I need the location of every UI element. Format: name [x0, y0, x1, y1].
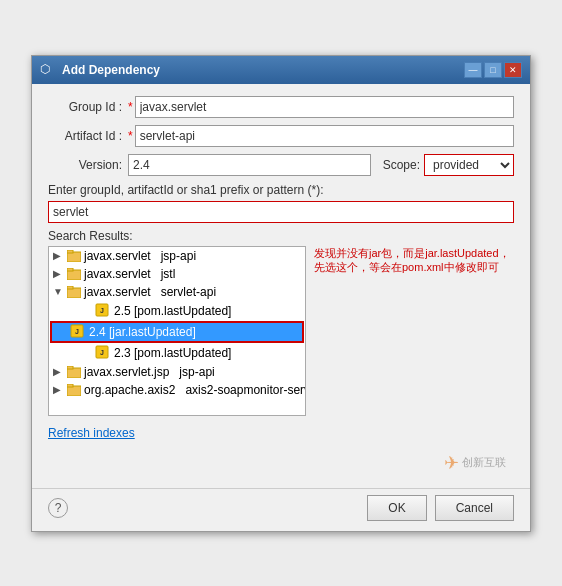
expand-icon-axis2: ▶ [53, 384, 67, 395]
help-button[interactable]: ? [48, 498, 68, 518]
title-bar-left: ⬡ Add Dependency [40, 62, 160, 78]
tree-item-jsp-api[interactable]: ▶ javax.servlet jsp-api [49, 247, 305, 265]
svg-rect-5 [67, 286, 73, 289]
svg-rect-3 [67, 268, 73, 271]
svg-text:J: J [75, 328, 79, 335]
dialog-title: Add Dependency [62, 63, 160, 77]
search-input[interactable] [48, 201, 514, 223]
results-label: Search Results: [48, 229, 514, 243]
tree-item-jstl[interactable]: ▶ javax.servlet jstl [49, 265, 305, 283]
folder-icon-servlet-api [67, 285, 81, 299]
group-id-required: * [128, 100, 133, 114]
tree-text-2-4: 2.4 [jar.lastUpdated] [89, 325, 196, 339]
expand-icon-jsp-api: ▶ [53, 250, 67, 261]
ok-button[interactable]: OK [367, 495, 426, 521]
tree-item-2-5[interactable]: J 2.5 [pom.lastUpdated] [49, 301, 305, 321]
watermark-text: 创新互联 [462, 455, 506, 470]
version-input[interactable] [128, 154, 371, 176]
tree-text-jstl: javax.servlet jstl [84, 267, 175, 281]
group-id-input[interactable] [135, 96, 514, 118]
search-results-tree[interactable]: ▶ javax.servlet jsp-api ▶ javax.servlet … [48, 246, 306, 416]
dialog-body: Group Id : * Artifact Id : * Version: Sc… [32, 84, 530, 488]
svg-rect-1 [67, 250, 73, 253]
tree-item-2-4[interactable]: J 2.4 [jar.lastUpdated] [50, 321, 304, 343]
folder-icon-axis2 [67, 383, 81, 397]
expand-icon-servlet-api: ▼ [53, 286, 67, 297]
dialog-footer: ? OK Cancel [32, 488, 530, 531]
tree-text-servlet-api: javax.servlet servlet-api [84, 285, 216, 299]
artifact-id-row: Artifact Id : * [48, 125, 514, 147]
svg-rect-13 [67, 366, 73, 369]
expand-icon-jsp-api-2: ▶ [53, 366, 67, 377]
version-scope-row: Version: Scope: provided compile runtime… [48, 154, 514, 176]
tree-item-jsp-api-2[interactable]: ▶ javax.servlet.jsp jsp-api [49, 363, 305, 381]
artifact-id-required: * [128, 129, 133, 143]
maximize-button[interactable]: □ [484, 62, 502, 78]
jar-icon-2-4: J [70, 324, 86, 340]
folder-icon-jsp-api [67, 249, 81, 263]
add-dependency-dialog: ⬡ Add Dependency — □ ✕ Group Id : * Arti… [31, 55, 531, 532]
tree-item-axis2[interactable]: ▶ org.apache.axis2 axis2-soapmonitor-ser… [49, 381, 305, 399]
jar-icon-2-5: J [95, 303, 111, 319]
folder-icon-jstl [67, 267, 81, 281]
close-button[interactable]: ✕ [504, 62, 522, 78]
tree-item-servlet-api[interactable]: ▼ javax.servlet servlet-api [49, 283, 305, 301]
version-label: Version: [48, 158, 128, 172]
tree-text-2-3: 2.3 [pom.lastUpdated] [114, 346, 231, 360]
artifact-id-label: Artifact Id : [48, 129, 128, 143]
footer-right: OK Cancel [367, 495, 514, 521]
annotation-area: ▶ javax.servlet jsp-api ▶ javax.servlet … [48, 246, 514, 422]
folder-icon-jsp-api-2 [67, 365, 81, 379]
tree-item-2-3[interactable]: J 2.3 [pom.lastUpdated] [49, 343, 305, 363]
tree-text-2-5: 2.5 [pom.lastUpdated] [114, 304, 231, 318]
scope-wrap: Scope: provided compile runtime test sys… [383, 154, 514, 176]
minimize-button[interactable]: — [464, 62, 482, 78]
scope-select[interactable]: provided compile runtime test system [424, 154, 514, 176]
tree-text-axis2: org.apache.axis2 axis2-soapmonitor-servl… [84, 383, 306, 397]
svg-rect-15 [67, 384, 73, 387]
scope-label: Scope: [383, 158, 420, 172]
artifact-id-input[interactable] [135, 125, 514, 147]
group-id-row: Group Id : * [48, 96, 514, 118]
expand-icon-jstl: ▶ [53, 268, 67, 279]
tree-text-jsp-api-2: javax.servlet.jsp jsp-api [84, 365, 215, 379]
title-bar: ⬡ Add Dependency — □ ✕ [32, 56, 530, 84]
jar-icon-2-3: J [95, 345, 111, 361]
title-bar-buttons: — □ ✕ [464, 62, 522, 78]
watermark: ✈ 创新互联 [48, 448, 514, 478]
svg-text:J: J [100, 307, 104, 314]
group-id-label: Group Id : [48, 100, 128, 114]
footer-left: ? [48, 498, 68, 518]
dialog-icon: ⬡ [40, 62, 56, 78]
cancel-button[interactable]: Cancel [435, 495, 514, 521]
tree-text-jsp-api: javax.servlet jsp-api [84, 249, 196, 263]
svg-text:J: J [100, 349, 104, 356]
search-description-label: Enter groupId, artifactId or sha1 prefix… [48, 183, 514, 197]
annotation-text: 发现并没有jar包，而是jar.lastUpdated，先选这个，等会在pom.… [314, 246, 514, 275]
refresh-indexes-link[interactable]: Refresh indexes [48, 426, 135, 440]
